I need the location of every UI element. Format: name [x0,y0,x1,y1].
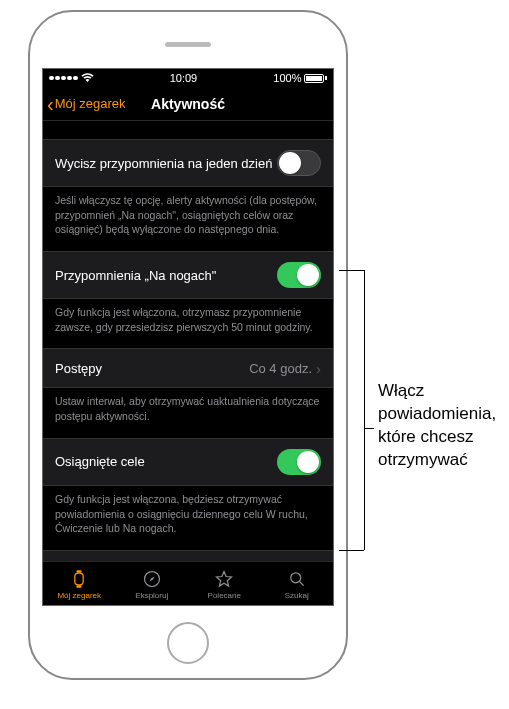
chevron-right-icon: › [316,360,321,377]
stand-reminders-label: Przypomnienia „Na nogach" [55,268,277,283]
navigation-bar: ‹ Mój zegarek Aktywność [43,87,333,121]
mute-reminders-switch[interactable] [277,150,321,176]
tab-featured[interactable]: Polecane [188,562,261,605]
progress-label: Postępy [55,361,249,376]
progress-value: Co 4 godz. [249,361,312,376]
phone-frame: 10:09 100% ‹ Mój zegarek Aktywność Wycis… [28,10,348,680]
back-button[interactable]: ‹ Mój zegarek [43,94,125,114]
tab-explore[interactable]: Eksploruj [116,562,189,605]
wifi-icon [81,73,94,83]
page-title: Aktywność [151,96,225,112]
back-label: Mój zegarek [55,96,126,111]
svg-line-5 [299,581,303,585]
callout-bracket [364,428,374,429]
tab-explore-label: Eksploruj [135,591,168,600]
goal-completions-switch[interactable] [277,449,321,475]
mute-reminders-footer: Jeśli włączysz tę opcję, alerty aktywnoś… [43,187,333,251]
stand-reminders-switch[interactable] [277,262,321,288]
tab-my-watch[interactable]: Mój zegarek [43,562,116,605]
progress-cell[interactable]: Postępy Co 4 godz. › [43,348,333,388]
svg-point-4 [291,572,301,582]
stand-reminders-cell[interactable]: Przypomnienia „Na nogach" [43,251,333,299]
tab-search[interactable]: Szukaj [261,562,334,605]
search-icon [286,568,308,590]
battery-percent: 100% [273,72,301,84]
tab-search-label: Szukaj [285,591,309,600]
svg-rect-0 [75,573,83,585]
tab-featured-label: Polecane [208,591,241,600]
mute-reminders-cell[interactable]: Wycisz przypomnienia na jeden dzień [43,139,333,187]
svg-rect-1 [77,570,82,573]
watch-icon [68,568,90,590]
battery-icon [304,74,327,83]
compass-icon [141,568,163,590]
goal-completions-label: Osiągnięte cele [55,454,277,469]
mute-reminders-label: Wycisz przypomnienia na jeden dzień [55,156,277,171]
goal-completions-cell[interactable]: Osiągnięte cele [43,438,333,486]
status-bar: 10:09 100% [43,69,333,87]
status-time: 10:09 [170,72,198,84]
callout-bracket [339,270,364,271]
callout-bracket [364,270,365,550]
progress-footer: Ustaw interwał, aby otrzymywać uaktualni… [43,388,333,437]
screen: 10:09 100% ‹ Mój zegarek Aktywność Wycis… [42,68,334,606]
callout-bracket [339,550,364,551]
goal-completions-footer: Gdy funkcja jest włączona, będziesz otrz… [43,486,333,550]
tab-my-watch-label: Mój zegarek [57,591,101,600]
signal-dots-icon [49,76,78,81]
chevron-left-icon: ‹ [47,94,54,114]
phone-speaker [165,42,211,47]
callout-annotation: Włącz powiadomienia, które chcesz otrzym… [378,380,503,472]
home-button[interactable] [167,622,209,664]
svg-rect-2 [77,585,82,588]
settings-content[interactable]: Wycisz przypomnienia na jeden dzień Jeśl… [43,121,333,561]
star-icon [213,568,235,590]
stand-reminders-footer: Gdy funkcja jest włączona, otrzymasz prz… [43,299,333,348]
achievements-cell[interactable]: Osiągnięcia [43,550,333,561]
tab-bar: Mój zegarek Eksploruj Polecane Szukaj [43,561,333,605]
